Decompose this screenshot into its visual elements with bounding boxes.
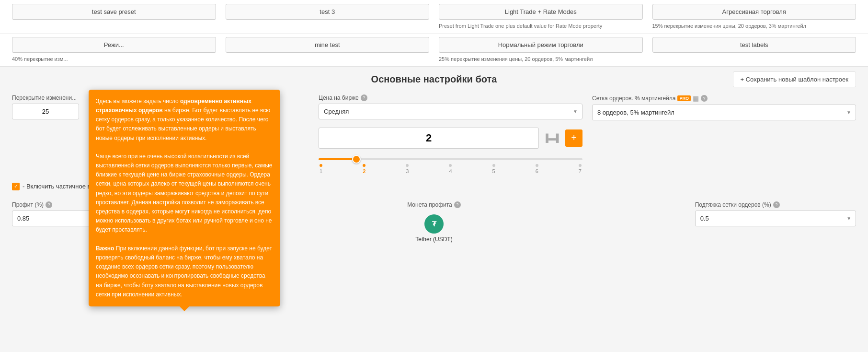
test3-button[interactable]: test 3 xyxy=(226,4,430,20)
pro-badge: PRO xyxy=(677,95,691,101)
slider-thumb[interactable] xyxy=(352,155,361,164)
grid-help-icon[interactable]: ? xyxy=(701,95,708,102)
mode-col-2: mine test xyxy=(221,37,434,63)
preset-col-2: test 3 xyxy=(221,4,434,30)
slider-section: ▐▬▌ + 1 2 xyxy=(319,128,582,174)
profit-coin-col: Монета профита ? ₮ Tether (USDT) xyxy=(354,201,514,243)
slider-tick-4[interactable]: 4 xyxy=(449,164,452,174)
normal-description: 25% перекрытие изменения цены, 20 ордеро… xyxy=(439,56,643,63)
tick-dot-7 xyxy=(579,164,582,167)
price-select-wrapper: Средняя xyxy=(319,104,582,119)
grid-pull-label: Подтяжка сетки ордеров (%) ? xyxy=(695,201,856,208)
tether-label: Tether (USDT) xyxy=(415,236,452,243)
grid-pull-help-icon[interactable]: ? xyxy=(773,201,780,208)
grid-pull-select-wrapper: 0.5 xyxy=(695,211,856,226)
grid-label: Сетка ордеров. % мартингейла PRO ▦ ? xyxy=(592,94,856,102)
profit-help-icon[interactable]: ? xyxy=(46,201,52,208)
aggressive-button[interactable]: Агрессивная торговля xyxy=(652,4,857,20)
grid-pull-col: Подтяжка сетки ордеров (%) ? 0.5 xyxy=(695,201,856,243)
slider-ticks: 1 2 3 4 5 xyxy=(319,164,582,174)
slider-tick-5[interactable]: 5 xyxy=(492,164,495,174)
presets-row: test save preset test 3 Light Trade + Ra… xyxy=(0,0,868,34)
tick-dot-4 xyxy=(449,164,452,167)
price-select[interactable]: Средняя xyxy=(319,104,582,119)
tick-dot-1 xyxy=(320,164,322,167)
light-trade-description: Preset from Light Trade one plus default… xyxy=(439,23,643,30)
slider-tick-1[interactable]: 1 xyxy=(320,164,322,174)
slider-tick-2[interactable]: 2 xyxy=(363,164,365,174)
price-help-icon[interactable]: ? xyxy=(361,94,367,101)
mode-regime-button[interactable]: Режи... xyxy=(12,37,216,53)
input-row: ▐▬▌ + xyxy=(319,128,582,149)
tooltip-text-1: Здесь вы можете задать число одновременн… xyxy=(96,97,273,143)
tooltip-text-2: Чаще всего при не очень высокой волатиль… xyxy=(96,152,273,235)
page-wrapper: test save preset test 3 Light Trade + Ra… xyxy=(0,0,868,352)
preset-col-3: Light Trade + Rate Modes Preset from Lig… xyxy=(434,4,648,30)
tick-dot-3 xyxy=(406,164,409,167)
price-label: Цена на бирже ? xyxy=(319,94,582,101)
grid-chart-icon[interactable]: ▦ xyxy=(693,94,699,102)
tooltip-text-3: Важно При включении данной функции, бот … xyxy=(96,244,273,299)
mode-normal-button[interactable]: Нормальный режим торговли xyxy=(439,37,643,53)
checkmark-icon: ✓ xyxy=(14,183,18,189)
mode-col-3: Нормальный режим торговли 25% перекрытие… xyxy=(434,37,648,63)
bot-settings-header: Основные настройки бота + Сохранить новы… xyxy=(7,71,861,87)
mode-mine-button[interactable]: mine test xyxy=(226,37,430,53)
regime-description: 40% перекрытие изм... xyxy=(12,56,216,63)
chart-icon[interactable]: ▐▬▌ xyxy=(543,134,561,142)
main-content: Основные настройки бота + Сохранить новы… xyxy=(0,67,868,257)
slider-tick-6[interactable]: 6 xyxy=(536,164,538,174)
tick-dot-6 xyxy=(536,164,538,167)
profit-coin-label: Монета профита ? xyxy=(407,201,461,208)
slider-tick-7[interactable]: 7 xyxy=(579,164,582,174)
partial-grid-checkbox[interactable]: ✓ xyxy=(12,183,20,190)
mode-col-4: test labels xyxy=(648,37,861,63)
grid-select-wrapper: 8 ордеров, 5% мартингейл xyxy=(592,105,856,120)
active-orders-input[interactable] xyxy=(319,128,539,149)
save-template-button[interactable]: + Сохранить новый шаблон настроек xyxy=(733,71,856,87)
aggressive-description: 15% перекрытие изменения цены, 20 ордеро… xyxy=(652,23,857,30)
tether-display: ₮ Tether (USDT) xyxy=(415,214,452,243)
price-col: Цена на бирже ? Средняя xyxy=(319,94,582,120)
slider-tick-3[interactable]: 3 xyxy=(406,164,409,174)
bottom-spacer-2 xyxy=(524,201,685,243)
grid-pull-select[interactable]: 0.5 xyxy=(695,211,856,226)
grid-select[interactable]: 8 ордеров, 5% мартингейл xyxy=(592,105,856,120)
tick-dot-5 xyxy=(492,164,495,167)
bot-settings-title: Основные настройки бота xyxy=(293,74,574,85)
plus-button[interactable]: + xyxy=(565,129,582,147)
grid-col: Сетка ордеров. % мартингейла PRO ▦ ? 8 о… xyxy=(592,94,856,120)
mode-row: Режи... 40% перекрытие изм... mine test … xyxy=(0,34,868,66)
tick-dot-2 xyxy=(363,164,365,167)
light-trade-rate-modes-button[interactable]: Light Trade + Rate Modes xyxy=(439,4,643,20)
profit-coin-help-icon[interactable]: ? xyxy=(454,201,461,208)
mode-col-1: Режи... 40% перекрытие изм... xyxy=(7,37,221,63)
tooltip-popup: Здесь вы можете задать число одновременн… xyxy=(89,90,280,306)
test-save-preset-button[interactable]: test save preset xyxy=(12,4,216,20)
slider-fill xyxy=(319,158,356,160)
preset-col-1: test save preset xyxy=(7,4,221,30)
preset-col-4: Агрессивная торговля 15% перекрытие изме… xyxy=(648,4,861,30)
slider-track xyxy=(319,158,582,160)
mode-test-labels-button[interactable]: test labels xyxy=(652,37,857,53)
overlap-input[interactable] xyxy=(12,104,79,119)
spacer-right xyxy=(592,128,856,174)
tether-icon: ₮ xyxy=(424,214,444,234)
